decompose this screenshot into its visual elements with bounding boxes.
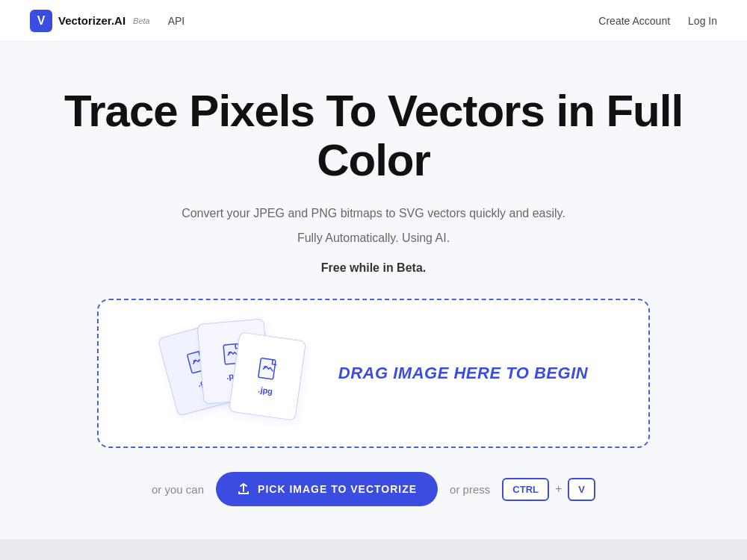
- pick-image-button[interactable]: PICK IMAGE TO VECTORIZE: [216, 472, 438, 506]
- hero-beta-note: Free while in Beta.: [321, 261, 426, 275]
- login-link[interactable]: Log In: [688, 15, 717, 27]
- navbar: V Vectorizer.AI Beta API Create Account …: [0, 0, 747, 42]
- pre-text: or you can: [152, 483, 204, 496]
- logo-icon: V: [30, 10, 52, 32]
- logo-text: Vectorizer.AI: [58, 14, 125, 27]
- hero-subtitle-line2: Fully Automatically. Using AI.: [297, 228, 450, 248]
- or-press-text: or press: [450, 483, 490, 496]
- file-jpg-label: .jpg: [258, 385, 273, 396]
- ctrl-key: CTRL: [502, 478, 549, 501]
- main-content: Trace Pixels To Vectors in Full Color Co…: [0, 42, 747, 536]
- file-card-jpg: .jpg: [229, 332, 306, 421]
- create-account-link[interactable]: Create Account: [598, 15, 670, 27]
- dropzone-file-illustrations: .gif .png .jpg: [159, 314, 309, 433]
- keyboard-shortcut: CTRL + V: [502, 478, 595, 501]
- dropzone-label: DRAG IMAGE HERE TO BEGIN: [338, 364, 588, 383]
- bottom-actions: or you can PICK IMAGE TO VECTORIZE or pr…: [152, 472, 595, 506]
- hero-title: Trace Pixels To Vectors in Full Color: [30, 87, 717, 185]
- logo[interactable]: V Vectorizer.AI Beta: [30, 10, 150, 32]
- plus-symbol: +: [555, 482, 562, 496]
- v-key: V: [568, 478, 595, 501]
- nav-left: V Vectorizer.AI Beta API: [30, 10, 185, 32]
- nav-right: Create Account Log In: [598, 15, 717, 27]
- pick-image-label: PICK IMAGE TO VECTORIZE: [258, 483, 417, 495]
- hero-subtitle-line1: Convert your JPEG and PNG bitmaps to SVG…: [182, 203, 565, 223]
- dropzone[interactable]: .gif .png .jpg: [97, 299, 650, 448]
- nav-api-link[interactable]: API: [168, 15, 185, 27]
- upload-icon: [237, 482, 250, 496]
- logo-beta-label: Beta: [133, 16, 150, 25]
- bottom-bar: [0, 539, 747, 560]
